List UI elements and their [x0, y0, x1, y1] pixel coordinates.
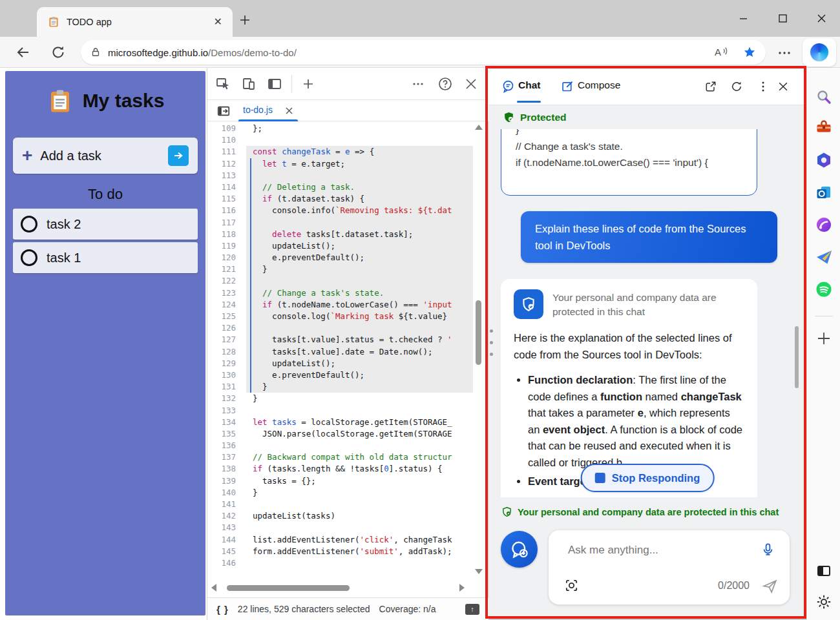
designer-icon[interactable] [815, 216, 832, 233]
code-line [246, 557, 473, 569]
code-line: tasks = {}; [246, 475, 473, 487]
window-maximize-button[interactable] [773, 9, 792, 27]
line-number: 138 [207, 463, 241, 475]
copilot-footer: Your personal and company data are prote… [488, 497, 806, 618]
add-task-field[interactable]: + Add a task [13, 138, 198, 174]
add-task-submit-button[interactable] [168, 145, 189, 166]
line-number: 132 [207, 393, 241, 404]
new-tab-button[interactable] [239, 14, 251, 26]
quoted-code-line: if (t.nodeName.toLowerCase() === 'input'… [516, 154, 742, 170]
scroll-right-arrow[interactable] [459, 584, 465, 592]
task-checkbox[interactable] [21, 216, 37, 232]
stop-responding-button[interactable]: Stop Responding [581, 464, 715, 492]
devtools-add-tab-icon[interactable] [302, 78, 315, 90]
line-number: 139 [207, 475, 241, 487]
coverage-status: Coverage: n/a [379, 604, 436, 614]
spotify-icon[interactable] [815, 281, 832, 298]
back-button[interactable] [16, 45, 31, 60]
screenshot-capture-icon[interactable] [564, 578, 579, 593]
tab-favicon-clipboard-icon [47, 16, 60, 28]
devtools-help-icon[interactable] [437, 76, 453, 92]
copilot-more-icon[interactable] [757, 80, 769, 93]
inspect-element-icon[interactable] [215, 76, 231, 92]
toolbar-more-icon[interactable] [777, 46, 792, 60]
task-checkbox[interactable] [21, 249, 37, 266]
plus-icon: + [22, 147, 32, 165]
drop-icon[interactable] [815, 249, 832, 265]
line-number: 126 [207, 322, 241, 334]
code-line [246, 217, 473, 229]
file-tab-close-icon[interactable] [285, 107, 293, 115]
code-line [246, 440, 473, 451]
microphone-icon[interactable] [761, 542, 775, 557]
vertical-scrollbar-thumb[interactable] [476, 300, 481, 365]
chat-input[interactable] [567, 543, 724, 557]
stop-icon [595, 473, 605, 483]
code-line: if (t.dataset.task) { [246, 193, 473, 205]
copilot-close-icon[interactable] [777, 80, 790, 93]
outlook-icon[interactable] [815, 184, 832, 201]
task-row[interactable]: task 2 [13, 209, 198, 240]
scroll-left-arrow[interactable] [211, 584, 216, 592]
copilot-refresh-icon[interactable] [730, 80, 743, 93]
window-minimize-button[interactable] [733, 9, 753, 27]
line-number: 112 [207, 158, 241, 170]
navigator-toggle-icon[interactable] [216, 104, 231, 118]
compose-icon [561, 79, 574, 93]
copilot-button[interactable] [803, 38, 836, 67]
scroll-up-arrow[interactable] [475, 125, 483, 130]
device-emulation-icon[interactable] [241, 76, 257, 92]
window-close-button[interactable] [812, 9, 831, 27]
line-number: 119 [207, 240, 241, 252]
line-number: 110 [207, 134, 241, 146]
tab-close-icon[interactable]: ✕ [214, 17, 222, 27]
code-line: const changeTask = e => { [246, 146, 473, 158]
devtools-close-icon[interactable] [463, 76, 479, 92]
open-in-window-icon[interactable] [704, 80, 717, 93]
line-number: 127 [207, 334, 241, 346]
microsoft-365-icon[interactable] [815, 152, 832, 169]
line-number: 140 [207, 487, 241, 499]
panel-resize-handle[interactable] [490, 329, 495, 356]
devtools-more-icon[interactable] [412, 79, 425, 89]
todo-page: My tasks + Add a task To do task 2 task … [0, 68, 207, 620]
tab-compose[interactable]: Compose [578, 79, 620, 91]
sidebar-divider [815, 316, 833, 316]
code-line: }; [246, 123, 473, 134]
code-editor[interactable]: };const changeTask = e => { let t = e.ta… [246, 123, 473, 570]
new-chat-button[interactable] [501, 531, 538, 568]
quoted-code-line: // Change a task's state. [516, 138, 742, 154]
browser-tab[interactable]: TODO app ✕ [37, 7, 233, 37]
send-icon[interactable] [762, 578, 778, 594]
sidebar-toggle-icon[interactable] [815, 563, 832, 579]
code-line: list.addEventListener('click', changeTas… [246, 534, 473, 546]
add-to-sidebar-icon[interactable] [815, 330, 832, 347]
code-line: } [246, 381, 473, 393]
read-aloud-icon[interactable]: A [713, 45, 728, 60]
file-tab[interactable]: to-do.js [243, 105, 273, 115]
refresh-button[interactable] [50, 45, 66, 60]
code-line: let t = e.target; [246, 158, 473, 170]
task-row[interactable]: task 1 [13, 242, 198, 273]
console-drawer-icon[interactable]: ↑ [465, 604, 479, 615]
sidebar-settings-icon[interactable] [815, 594, 832, 610]
line-number: 122 [207, 275, 241, 287]
code-line: e.preventDefault(); [246, 252, 473, 264]
pretty-print-icon[interactable]: { } [216, 604, 229, 615]
address-bar[interactable]: microsoftedge.github.io/Demos/demo-to-do… [81, 40, 766, 65]
code-line: // Deleting a task. [246, 181, 473, 193]
horizontal-scrollbar-thumb[interactable] [227, 585, 350, 591]
url-host: microsoftedge.github.io [108, 47, 208, 58]
favorite-star-icon[interactable] [742, 45, 757, 59]
scroll-down-arrow[interactable] [475, 569, 483, 574]
todo-header: My tasks [5, 87, 205, 114]
search-icon[interactable] [815, 88, 832, 105]
line-number: 137 [207, 451, 241, 463]
code-line [246, 499, 473, 510]
tab-chat[interactable]: Chat [518, 79, 540, 91]
sources-tab-row: to-do.js [207, 100, 488, 121]
line-number: 144 [207, 534, 241, 546]
copilot-scrollbar-thumb[interactable] [795, 326, 799, 388]
dock-side-icon[interactable] [267, 76, 282, 92]
toolbox-icon[interactable] [815, 118, 832, 135]
